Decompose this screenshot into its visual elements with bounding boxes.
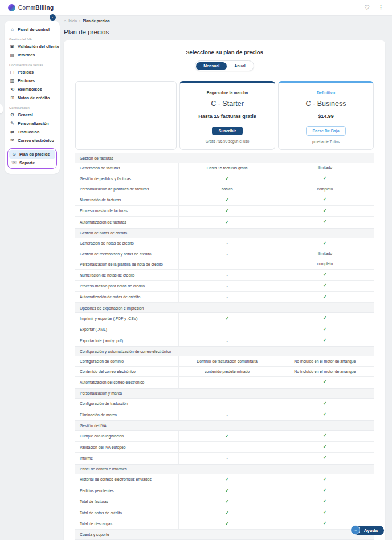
check-icon: ✓	[323, 411, 327, 418]
check-icon: ✓	[225, 521, 229, 526]
plan-header-row: Paga sobre la marcha C - Starter Hasta 1…	[75, 81, 374, 150]
feature-name-cell: Validación del IVA europeo	[75, 442, 179, 452]
feature-name-cell: Personalización de la plantilla de nota …	[75, 259, 179, 269]
sidebar-item-informes[interactable]: ▤Informes	[7, 51, 57, 59]
sidebar-item-notas-de-cr-dito[interactable]: ⊞Notas de crédito	[7, 94, 57, 102]
id-card-icon: ▣	[10, 44, 15, 49]
table-row: Numeración de facturas✓✓	[75, 194, 374, 205]
sidebar-item-validaci-n-del-cliente[interactable]: ▣Validación del cliente	[7, 42, 57, 51]
starter-value-cell: -	[179, 281, 276, 291]
business-value-cell: ✓	[276, 270, 374, 280]
check-icon: ✓	[323, 498, 327, 505]
breadcrumb-home-icon[interactable]: ⌂	[64, 19, 66, 23]
check-icon: ✓	[225, 499, 229, 504]
check-icon: ✓	[323, 476, 327, 483]
not-included-dash: -	[226, 273, 227, 277]
toggle-option-monthly[interactable]: Mensual	[196, 62, 227, 70]
business-value-cell: ✓	[276, 292, 374, 302]
sidebar-item-label: Traducción	[18, 129, 39, 135]
not-included-dash: -	[226, 295, 227, 299]
starter-value-cell: ✓	[179, 431, 276, 441]
app-logo[interactable]: CommBilling	[8, 4, 54, 11]
support-icon: ☏	[11, 160, 17, 165]
sidebar-item-label: Soporte	[19, 160, 35, 165]
business-value-cell: ✓	[276, 507, 374, 518]
app-name: CommBilling	[18, 5, 54, 11]
table-row: Exportar (.XML)-✓	[75, 324, 374, 335]
feature-name-cell: Total de descargas	[75, 518, 179, 529]
feature-name-cell: Exportar lote (.xml y .pdf)	[75, 335, 179, 346]
feature-name-cell: Personalización de plantillas de factura…	[75, 184, 179, 194]
business-value-cell: ✓	[276, 377, 374, 387]
feature-name-cell: Numeración de facturas	[75, 194, 179, 205]
not-included-dash: -	[226, 252, 227, 256]
sidebar-item-pedidos[interactable]: ▢Pedidos	[7, 68, 57, 76]
business-value-cell: ✓	[276, 194, 374, 205]
table-row: Eliminación de marca-✓	[75, 409, 374, 420]
app-logo-icon	[8, 4, 15, 11]
table-row: Total de facturas✓✓	[75, 496, 374, 507]
feature-name-cell: Eliminación de marca	[75, 409, 179, 420]
toggle-option-annual[interactable]: Anual	[227, 62, 252, 70]
starter-note: Gratis / $6.99 según el uso	[185, 139, 270, 143]
feature-name-cell: Imprimir y exportar (.PDF y .CSV)	[75, 313, 179, 323]
check-icon: ✓	[225, 220, 229, 225]
subscribe-button[interactable]: Suscribir	[212, 127, 243, 135]
table-row: Validación del IVA europeo-✓	[75, 442, 374, 453]
table-row: Total de notas de crédito✓✓	[75, 507, 374, 518]
table-row: Automatización del correo electrónico-✓	[75, 377, 374, 388]
chat-icon: ⋯	[350, 525, 360, 535]
sidebar-item-panel-de-control[interactable]: ⌂Panel de control	[7, 25, 57, 34]
check-icon: ✓	[323, 294, 327, 301]
feature-name-cell: Automatización del correo electrónico	[75, 377, 179, 387]
credit-note-icon: ⊞	[10, 95, 15, 100]
customize-icon: ✎	[10, 121, 15, 126]
feature-name-cell: Pedidos pendientes	[75, 485, 179, 496]
kebab-menu-icon[interactable]: ⋮	[378, 5, 384, 11]
check-icon: ✓	[323, 432, 327, 439]
sidebar-item-correo-electr-nico[interactable]: ✉Correo electrónico	[7, 136, 57, 145]
feature-name-cell: Cumple con la legislación	[75, 431, 179, 441]
sidebar-section-label: Documentos de ventas	[9, 63, 55, 67]
starter-plan-name: C - Starter	[185, 100, 270, 108]
sidebar-item-facturas[interactable]: ▥Facturas	[7, 76, 57, 85]
feature-name-cell: Generación de facturas	[75, 163, 179, 173]
check-icon: ✓	[323, 175, 327, 182]
table-row: Numeración de notas de crédito-✓	[75, 270, 374, 281]
sidebar-item-reembolsos[interactable]: ⟲Reembolsos	[7, 85, 57, 94]
unsubscribe-button[interactable]: Darse De Baja	[306, 126, 345, 136]
not-included-dash: -	[226, 413, 227, 417]
sidebar-collapse-button[interactable]: ‹	[50, 14, 56, 21]
breadcrumb-home-link[interactable]: Inicio	[68, 19, 77, 23]
sidebar-item-general[interactable]: ⚙General	[7, 111, 57, 119]
business-value-cell: ✓	[276, 442, 374, 452]
not-included-dash: -	[226, 401, 227, 405]
refund-icon: ⟲	[10, 87, 15, 92]
business-value-cell: ✓	[276, 206, 374, 216]
table-row: Total de descargas✓✓	[75, 518, 374, 529]
check-icon: ✓	[323, 444, 327, 450]
table-row: Automatización de notas de crédito-✓	[75, 292, 374, 303]
check-icon: ✓	[225, 197, 229, 202]
business-value-cell: No incluido en el motor de arranque	[276, 356, 374, 366]
sidebar-item-soporte[interactable]: ☏Soporte	[9, 159, 55, 167]
gear-icon: ⚙	[10, 112, 15, 117]
breadcrumb-separator: ›	[79, 19, 80, 23]
not-included-dash: -	[226, 456, 227, 460]
sidebar-pinned-nav: ⊙Plan de precios☏Soporte	[9, 150, 55, 167]
business-value-cell: completo	[276, 184, 374, 194]
check-icon: ✓	[323, 379, 327, 385]
favorite-heart-icon[interactable]: ♡	[364, 5, 370, 11]
sidebar-item-plan-de-precios[interactable]: ⊙Plan de precios	[9, 150, 55, 159]
check-icon: ✓	[323, 208, 327, 214]
panel-edge-handle[interactable]	[0, 104, 3, 113]
sidebar-item-personalizaci-n[interactable]: ✎Personalización	[7, 119, 57, 128]
starter-value-cell: ✓	[179, 496, 276, 506]
check-icon: ✓	[225, 176, 229, 181]
business-value-cell: ✓	[276, 409, 374, 420]
help-button[interactable]: ⋯ Ayuda	[353, 526, 384, 535]
sidebar-item-traducci-n[interactable]: ⇄Traducción	[7, 128, 57, 136]
starter-price-line: Hasta 15 facturas gratis	[185, 113, 270, 119]
starter-value-cell: ✓	[179, 194, 276, 205]
business-value-cell: ✓	[276, 496, 374, 506]
